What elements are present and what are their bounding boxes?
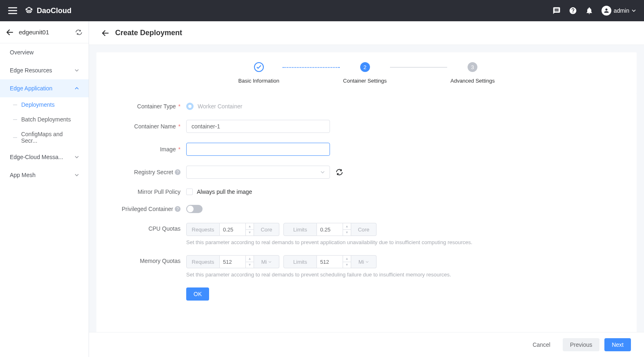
chat-icon[interactable]: [553, 7, 561, 15]
chevron-down-icon: [75, 174, 79, 176]
privileged-toggle[interactable]: [186, 205, 203, 213]
previous-button[interactable]: Previous: [563, 338, 599, 351]
row-mirror-pull: Mirror Pull Policy Always pull the image: [105, 189, 584, 195]
help-icon[interactable]: ?: [175, 169, 180, 175]
next-button[interactable]: Next: [604, 338, 631, 351]
step-container-settings: 2 Container Settings: [343, 62, 387, 84]
registry-secret-select[interactable]: [186, 166, 330, 179]
footer-bar: Cancel Previous Next: [89, 332, 644, 357]
hamburger-icon[interactable]: [8, 7, 17, 14]
row-container-type: Container Type* Worker Container: [105, 103, 584, 110]
row-privileged: Privileged Container?: [105, 205, 584, 213]
refresh-icon[interactable]: [336, 169, 343, 175]
brand-logo[interactable]: DaoCloud: [25, 6, 71, 15]
cpu-requests-spinner[interactable]: ▲▼: [246, 223, 254, 236]
radio-worker-container[interactable]: Worker Container: [186, 103, 505, 110]
cpu-requests-input[interactable]: [220, 223, 246, 236]
container-name-input[interactable]: [186, 120, 330, 133]
cpu-limits-input[interactable]: [317, 223, 343, 236]
memory-limits-spinner[interactable]: ▲▼: [343, 255, 351, 268]
user-name: admin: [614, 7, 629, 14]
brand-name: DaoCloud: [37, 7, 71, 15]
sidebar-item-edge-resources[interactable]: Edge Resources: [0, 61, 89, 79]
memory-requests-spinner[interactable]: ▲▼: [246, 255, 254, 268]
user-menu[interactable]: admin: [602, 6, 636, 16]
sync-icon[interactable]: [76, 29, 82, 35]
memory-helper-text: Set this parameter according to real dem…: [186, 272, 505, 278]
chevron-up-icon: [75, 87, 79, 90]
memory-requests-unit[interactable]: Mi: [254, 255, 279, 268]
header-left: DaoCloud: [8, 6, 71, 15]
page-title: Create Deployment: [115, 29, 182, 37]
top-header: DaoCloud admin: [0, 0, 644, 21]
wizard-steps: Basic Information 2 Container Settings 3…: [96, 52, 637, 94]
row-memory-quotas: Memory Quotas Requests ▲▼ Mi Limits ▲▼: [105, 255, 584, 278]
unit-name: edgeunit01: [19, 29, 49, 36]
row-ok: OK: [105, 287, 584, 301]
cpu-requests: Requests ▲▼ Core: [186, 223, 279, 236]
row-container-name: Container Name*: [105, 120, 584, 133]
avatar-icon: [602, 6, 611, 16]
sidebar-item-deployments[interactable]: Deployments: [0, 97, 89, 112]
checkbox-always-pull[interactable]: Always pull the image: [186, 189, 505, 195]
main-content: Create Deployment Basic Information 2 Co…: [89, 21, 644, 357]
sidebar-item-overview[interactable]: Overview: [0, 43, 89, 61]
sidebar-item-configmaps[interactable]: ConfigMaps and Secr...: [0, 127, 89, 148]
page-header: Create Deployment: [89, 21, 644, 45]
sidebar: edgeunit01 Overview Edge Resources Edge …: [0, 21, 89, 357]
row-registry-secret: Registry Secret?: [105, 166, 584, 179]
chevron-down-icon: [75, 156, 79, 158]
row-image: Image*: [105, 143, 584, 156]
row-cpu-quotas: CPU Quotas Requests ▲▼ Core Limits ▲▼: [105, 223, 584, 245]
memory-requests: Requests ▲▼ Mi: [186, 255, 279, 268]
cpu-helper-text: Set this parameter according to real dem…: [186, 239, 505, 245]
back-button[interactable]: [102, 30, 109, 36]
cpu-limits-spinner[interactable]: ▲▼: [343, 223, 351, 236]
memory-limits: Limits ▲▼ Mi: [283, 255, 377, 268]
memory-requests-input[interactable]: [220, 255, 246, 268]
header-right: admin: [553, 6, 636, 16]
chevron-down-icon: [75, 69, 79, 72]
ok-button[interactable]: OK: [186, 287, 209, 301]
step-advanced-settings: 3 Advanced Settings: [450, 62, 495, 84]
sidebar-item-app-mesh[interactable]: App Mesh: [0, 166, 89, 184]
chevron-down-icon: [632, 9, 636, 12]
step-check-icon: [254, 62, 264, 72]
cpu-limits: Limits ▲▼ Core: [283, 223, 377, 236]
sidebar-item-edge-cloud[interactable]: Edge-Cloud Messa...: [0, 148, 89, 166]
sidebar-item-batch-deployments[interactable]: Batch Deployments: [0, 112, 89, 127]
sidebar-item-edge-application[interactable]: Edge Application: [0, 79, 89, 97]
sidebar-header: edgeunit01: [0, 21, 89, 43]
form-container: Container Type* Worker Container Contain…: [96, 94, 637, 332]
memory-limits-unit[interactable]: Mi: [351, 255, 377, 268]
chevron-down-icon: [321, 171, 325, 173]
back-arrow-icon[interactable]: [7, 29, 13, 35]
help-icon[interactable]: ?: [175, 206, 180, 212]
radio-icon: [186, 103, 194, 110]
image-input[interactable]: [186, 143, 330, 156]
cancel-button[interactable]: Cancel: [525, 338, 558, 351]
bell-icon[interactable]: [585, 7, 593, 15]
memory-limits-input[interactable]: [317, 255, 343, 268]
checkbox-icon: [186, 189, 193, 195]
step-basic-information: Basic Information: [238, 62, 279, 84]
help-icon[interactable]: [569, 7, 577, 15]
